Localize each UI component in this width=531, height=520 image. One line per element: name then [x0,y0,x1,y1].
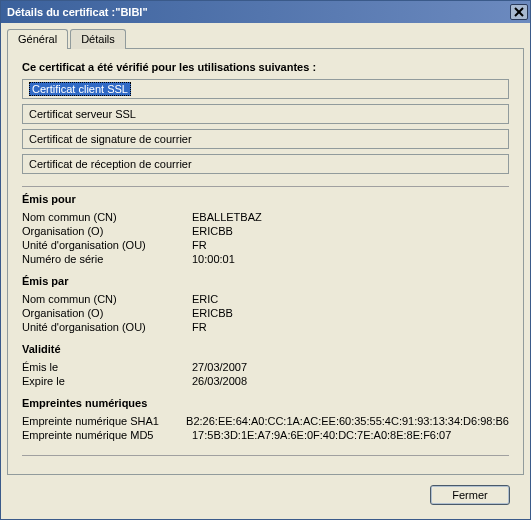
fingerprints-heading: Empreintes numériques [22,397,509,409]
divider [22,186,509,187]
table-row: Numéro de série 10:00:01 [22,253,509,265]
certificate-details-window: Détails du certificat :"BIBI" Général Dé… [0,0,531,520]
o-label: Organisation (O) [22,225,192,237]
validity-heading: Validité [22,343,509,355]
table-row: Unité d'organisation (OU) FR [22,239,509,251]
ou-label: Unité d'organisation (OU) [22,321,192,333]
cn-label: Nom commun (CN) [22,211,192,223]
expires-on-label: Expire le [22,375,192,387]
table-row: Émis le 27/03/2007 [22,361,509,373]
usage-item[interactable]: Certificat de signature de courrier [22,129,509,149]
issued-on-label: Émis le [22,361,192,373]
tab-details[interactable]: Détails [70,29,126,49]
table-row: Expire le 26/03/2008 [22,375,509,387]
tab-label: Détails [81,33,115,45]
cn-value: EBALLETBAZ [192,211,262,223]
ou-value: FR [192,321,207,333]
table-row: Organisation (O) ERICBB [22,225,509,237]
usage-label: Certificat client SSL [29,82,131,96]
ou-value: FR [192,239,207,251]
close-icon[interactable] [510,4,528,20]
client-area: Général Détails Ce certificat a été véri… [1,23,530,519]
table-row: Nom commun (CN) ERIC [22,293,509,305]
bottom-bar: Fermer [7,475,524,519]
table-row: Organisation (O) ERICBB [22,307,509,319]
table-row: Empreinte numérique SHA1 B2:26:EE:64:A0:… [22,415,509,427]
tab-label: Général [18,33,57,45]
table-row: Nom commun (CN) EBALLETBAZ [22,211,509,223]
divider [22,455,509,456]
usage-item[interactable]: Certificat serveur SSL [22,104,509,124]
usage-label: Certificat serveur SSL [29,108,136,120]
usage-item[interactable]: Certificat client SSL [22,79,509,99]
usage-label: Certificat de réception de courrier [29,158,192,170]
tab-panel-general: Ce certificat a été vérifié pour les uti… [7,48,524,475]
issued-for-heading: Émis pour [22,193,509,205]
table-row: Empreinte numérique MD5 17:5B:3D:1E:A7:9… [22,429,509,441]
verified-heading: Ce certificat a été vérifié pour les uti… [22,61,509,73]
table-row: Unité d'organisation (OU) FR [22,321,509,333]
window-title: Détails du certificat :"BIBI" [7,6,148,18]
md5-label: Empreinte numérique MD5 [22,429,192,441]
usage-item[interactable]: Certificat de réception de courrier [22,154,509,174]
o-label: Organisation (O) [22,307,192,319]
sha1-value: B2:26:EE:64:A0:CC:1A:AC:EE:60:35:55:4C:9… [186,415,509,427]
issued-on-value: 27/03/2007 [192,361,247,373]
sha1-label: Empreinte numérique SHA1 [22,415,186,427]
md5-value: 17:5B:3D:1E:A7:9A:6E:0F:40:DC:7E:A0:8E:8… [192,429,451,441]
expires-on-value: 26/03/2008 [192,375,247,387]
serial-label: Numéro de série [22,253,192,265]
ou-label: Unité d'organisation (OU) [22,239,192,251]
o-value: ERICBB [192,307,233,319]
issued-by-heading: Émis par [22,275,509,287]
o-value: ERICBB [192,225,233,237]
serial-value: 10:00:01 [192,253,235,265]
cn-value: ERIC [192,293,218,305]
titlebar: Détails du certificat :"BIBI" [1,1,530,23]
usage-label: Certificat de signature de courrier [29,133,192,145]
cn-label: Nom commun (CN) [22,293,192,305]
tab-general[interactable]: Général [7,29,68,49]
tabs: Général Détails [7,29,524,49]
close-button[interactable]: Fermer [430,485,510,505]
